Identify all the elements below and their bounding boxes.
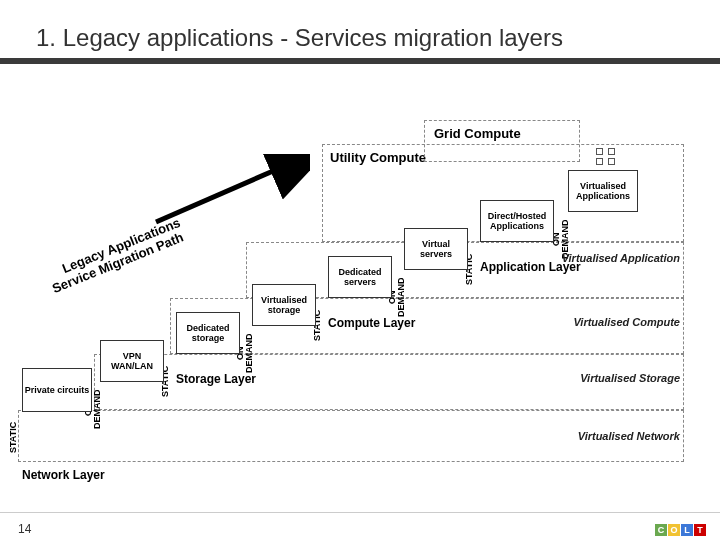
virtual-servers-box: Virtual servers xyxy=(404,228,468,270)
virtualised-network-label: Virtualised Network xyxy=(520,430,680,442)
dedicated-servers-box: Dedicated servers xyxy=(328,256,392,298)
page-number: 14 xyxy=(18,522,31,536)
private-circuits-box: Private circuits xyxy=(22,368,92,412)
compute-layer-label: Compute Layer xyxy=(328,316,415,330)
storage-layer-label: Storage Layer xyxy=(176,372,256,386)
slide: 1. Legacy applications - Services migrat… xyxy=(0,0,720,540)
logo-letter-t: T xyxy=(694,524,706,536)
title-bar: 1. Legacy applications - Services migrat… xyxy=(0,16,720,60)
virtualised-apps-box: Virtualised Applications xyxy=(568,170,638,212)
svg-line-1 xyxy=(156,168,280,222)
slide-title: 1. Legacy applications - Services migrat… xyxy=(36,24,563,52)
mini-box-3 xyxy=(596,158,603,165)
virtualised-storage-label: Virtualised Storage xyxy=(520,372,680,384)
mini-box-4 xyxy=(608,158,615,165)
logo-letter-c: C xyxy=(655,524,667,536)
mini-box-2 xyxy=(608,148,615,155)
grid-box xyxy=(424,120,580,162)
logo-letter-o: O xyxy=(668,524,680,536)
title-underline xyxy=(0,58,720,64)
logo: C O L T xyxy=(655,524,706,536)
footer xyxy=(0,512,720,534)
network-layer-label: Network Layer xyxy=(22,468,105,482)
dedicated-storage-box: Dedicated storage xyxy=(176,312,240,354)
direct-hosted-apps-box: Direct/Hosted Applications xyxy=(480,200,554,242)
virtualised-compute-label: Virtualised Compute xyxy=(520,316,680,328)
vpn-box: VPN WAN/LAN xyxy=(100,340,164,382)
diagram-area: Utility Compute Grid Compute Private cir… xyxy=(0,110,720,470)
virtualised-app-label: Virtualised Application xyxy=(520,252,680,264)
mini-box-1 xyxy=(596,148,603,155)
utility-compute-label: Utility Compute xyxy=(330,150,426,165)
virtualised-storage-box: Virtualised storage xyxy=(252,284,316,326)
logo-letter-l: L xyxy=(681,524,693,536)
static-label-1: STATIC xyxy=(8,414,18,460)
